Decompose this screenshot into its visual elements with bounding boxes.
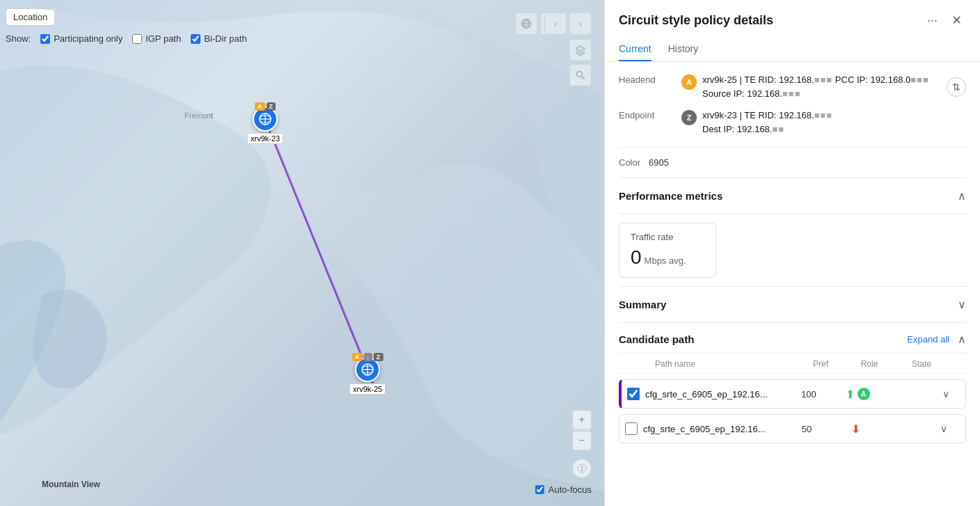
candidate-path-section: Candidate path Expand all ∧ Path name Pr…	[619, 323, 966, 443]
map-background	[0, 0, 604, 506]
tab-history[interactable]: History	[668, 38, 699, 61]
candidate-path-1-checkbox[interactable]	[627, 388, 640, 400]
color-row: Color 6905	[619, 157, 966, 168]
show-label: Show:	[6, 33, 31, 44]
endpoint-value: Z xrv9k-23 | TE RID: 192.168.■■■ Dest IP…	[681, 109, 966, 136]
participating-only-label: Participating only	[54, 33, 122, 44]
panel-body: Headend A xrv9k-25 | TE RID: 192.168.■■■…	[605, 62, 980, 506]
headend-row: Headend A xrv9k-25 | TE RID: 192.168.■■■…	[619, 73, 966, 100]
candidate-path-2-checkbox[interactable]	[625, 422, 638, 435]
swap-btn[interactable]: ⇅	[947, 77, 966, 97]
nav-back-btn[interactable]: ‹	[544, 13, 567, 35]
participating-only-checkbox[interactable]: Participating only	[40, 33, 122, 44]
layers-btn[interactable]	[569, 39, 592, 61]
candidate-path-1-expand-btn[interactable]: ∨	[938, 386, 954, 402]
candidate-path-row-1[interactable]: cfg_srte_c_6905_ep_192.16... 100 ⬆ A ∨	[619, 379, 966, 409]
auto-focus-checkbox[interactable]	[535, 485, 544, 494]
bi-dir-path-checkbox[interactable]: Bi-Dir path	[191, 33, 246, 44]
candidate-path-1-name: cfg_srte_c_6905_ep_192.16...	[645, 389, 784, 400]
panel-title-row: Circuit style policy details ··· ✕	[619, 11, 966, 29]
map-container: Location Show: Participating only IGP pa…	[0, 0, 604, 506]
detail-panel: Circuit style policy details ··· ✕ Curre…	[604, 0, 980, 506]
panel-header: Circuit style policy details ··· ✕ Curre…	[605, 0, 980, 62]
expand-all-btn[interactable]: Expand all	[907, 334, 949, 345]
headend-text1: xrv9k-25 | TE RID: 192.168.■■■ PCC IP: 1…	[702, 73, 929, 87]
node-xrv9k-23[interactable]: A Z xrv9k-23	[247, 106, 283, 144]
zoom-out-btn[interactable]: −	[572, 431, 592, 450]
traffic-rate-card: Traffic rate 0 Mbps avg.	[619, 223, 716, 278]
summary-title: Summary	[619, 299, 666, 310]
panel-title: Circuit style policy details	[619, 13, 773, 28]
summary-chevron: ∨	[958, 298, 966, 311]
candidate-path-2-expand-btn[interactable]: ∨	[935, 420, 952, 437]
color-value: 6905	[649, 157, 669, 168]
summary-section: Summary ∨	[619, 287, 966, 323]
node-label-xrv9k-25: xrv9k-25	[349, 384, 386, 395]
endpoint-badge: Z	[681, 110, 697, 125]
traffic-rate-unit: Mbps avg.	[645, 255, 686, 266]
endpoint-text1: xrv9k-23 | TE RID: 192.168.■■■	[702, 109, 832, 122]
zoom-in-btn[interactable]: +	[572, 410, 592, 429]
panel-tabs: Current History	[619, 38, 966, 61]
bi-dir-path-label: Bi-Dir path	[204, 33, 246, 44]
nav-forward-btn[interactable]: ›	[569, 13, 592, 35]
headend-text2: Source IP: 192.168.■■■	[702, 87, 929, 101]
tab-current[interactable]: Current	[619, 38, 651, 61]
traffic-rate-name: Traffic rate	[631, 232, 704, 242]
candidate-columns: Path name Pref Role State	[619, 354, 966, 374]
color-section: Color 6905	[619, 148, 966, 178]
map-side-controls	[569, 39, 592, 86]
traffic-rate-value-row: 0 Mbps avg.	[631, 246, 704, 269]
performance-metrics-section: Performance metrics ∧ Traffic rate 0 Mbp…	[619, 178, 966, 287]
candidate-path-title: Candidate path	[619, 333, 694, 345]
more-options-btn[interactable]: ···	[923, 12, 942, 29]
map-nav: ‹ ›	[544, 13, 592, 35]
role-down-icon: ⬇	[851, 422, 860, 436]
close-btn[interactable]: ✕	[947, 11, 966, 29]
igp-path-checkbox[interactable]: IGP path	[132, 33, 181, 44]
candidate-path-header: Candidate path Expand all ∧	[619, 323, 966, 354]
node-label-xrv9k-23: xrv9k-23	[247, 133, 283, 144]
endpoint-text2: Dest IP: 192.168.■■	[702, 122, 832, 136]
endpoint-label: Endpoint	[619, 109, 681, 120]
auto-focus-label: Auto-focus	[548, 484, 592, 495]
summary-header[interactable]: Summary ∨	[619, 287, 966, 323]
candidate-path-1-pref: 100	[784, 389, 833, 400]
col-path-name: Path name	[619, 359, 796, 369]
location-tag[interactable]: Location	[6, 8, 55, 26]
performance-metrics-chevron: ∧	[958, 189, 966, 203]
auto-focus-bar: Auto-focus	[535, 484, 592, 495]
col-state: State	[894, 359, 949, 369]
candidate-path-2-role: ⬇	[831, 422, 880, 436]
info-section: Headend A xrv9k-25 | TE RID: 192.168.■■■…	[619, 62, 966, 148]
map-zoom: + −	[572, 410, 592, 450]
endpoint-row: Endpoint Z xrv9k-23 | TE RID: 192.168.■■…	[619, 109, 966, 136]
candidate-path-1-role: ⬆ A	[833, 388, 882, 401]
candidate-path-2-pref: 50	[782, 424, 831, 434]
igp-path-label: IGP path	[145, 33, 181, 44]
color-label: Color	[619, 157, 640, 168]
traffic-rate-value: 0	[631, 246, 642, 269]
col-role: Role	[845, 359, 894, 369]
participating-only-input[interactable]	[40, 34, 50, 44]
performance-metrics-title: Performance metrics	[619, 190, 722, 202]
compass-btn[interactable]	[572, 459, 592, 478]
panel-actions: ··· ✕	[923, 11, 966, 29]
location-label: Location	[13, 12, 47, 22]
candidate-path-2-name: cfg_srte_c_6905_ep_192.16...	[643, 424, 782, 434]
igp-path-input[interactable]	[132, 34, 142, 44]
candidate-chevron-icon: ∧	[958, 333, 966, 346]
headend-badge: A	[681, 74, 697, 90]
role-up-icon: ⬆	[846, 388, 855, 401]
globe-btn[interactable]	[515, 13, 537, 35]
svg-line-13	[582, 77, 585, 79]
candidate-path-row-2[interactable]: cfg_srte_c_6905_ep_192.16... 50 ⬇ ∨	[619, 414, 966, 443]
node-xrv9k-25[interactable]: A ↓ Z xrv9k-25	[349, 357, 386, 395]
bi-dir-path-input[interactable]	[191, 34, 200, 44]
headend-label: Headend	[619, 73, 681, 85]
performance-metrics-header[interactable]: Performance metrics ∧	[619, 178, 966, 214]
show-bar: Show: Participating only IGP path Bi-Dir…	[6, 33, 247, 44]
col-pref: Pref	[796, 359, 845, 369]
role-a-badge: A	[858, 388, 870, 400]
search-map-btn[interactable]	[569, 64, 592, 86]
